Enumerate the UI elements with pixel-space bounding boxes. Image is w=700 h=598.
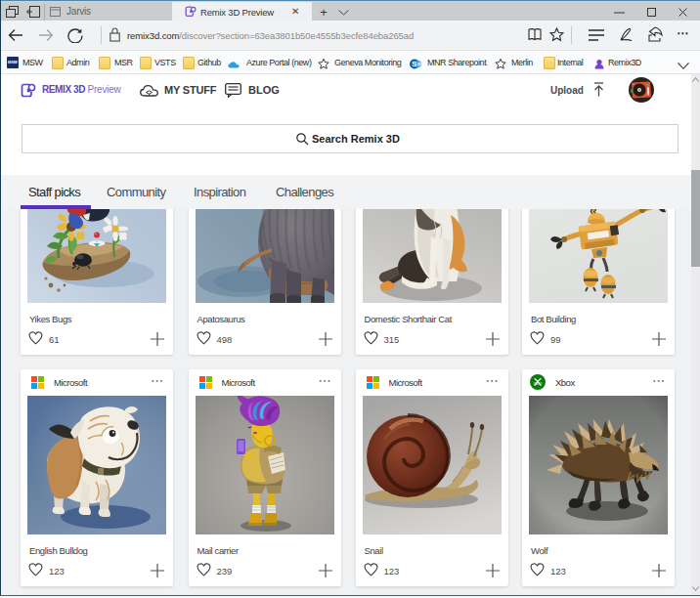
svg-text:S: S — [412, 60, 416, 68]
svg-text:XBOX: XBOX — [534, 382, 542, 386]
